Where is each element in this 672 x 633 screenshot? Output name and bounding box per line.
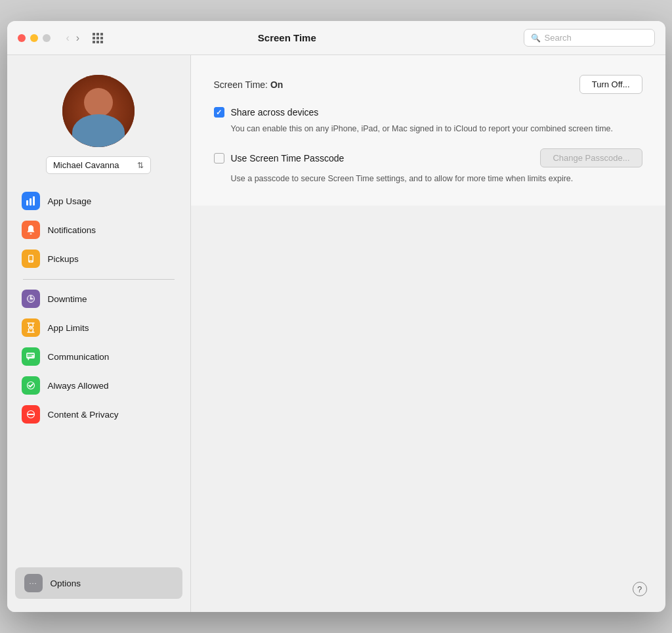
svg-rect-5 <box>29 256 32 261</box>
sidebar-item-label: Communication <box>48 352 110 362</box>
nav-divider <box>23 279 175 280</box>
sidebar-item-label: App Usage <box>48 196 92 206</box>
search-input[interactable] <box>545 33 648 43</box>
moon-icon <box>22 290 40 308</box>
passcode-option: Use Screen Time Passcode Change Passcode… <box>214 148 642 185</box>
sidebar-bottom: ··· Options <box>7 567 190 599</box>
passcode-checkbox[interactable] <box>214 153 224 164</box>
sidebar-item-label: Pickups <box>48 254 79 264</box>
maximize-button[interactable] <box>43 34 51 42</box>
svg-rect-3 <box>30 234 32 235</box>
close-button[interactable] <box>18 34 26 42</box>
sidebar-item-label: App Limits <box>48 323 89 333</box>
no-entry-icon <box>22 405 40 424</box>
avatar-face <box>62 75 135 147</box>
bar-chart-icon <box>22 192 40 210</box>
sidebar-item-label: Notifications <box>48 225 96 235</box>
traffic-lights <box>18 34 51 42</box>
search-icon: 🔍 <box>531 33 541 43</box>
svg-point-10 <box>30 298 32 299</box>
passcode-description: Use a passcode to secure Screen Time set… <box>231 173 642 185</box>
passcode-row: Use Screen Time Passcode Change Passcode… <box>214 148 642 167</box>
screen-time-header: Screen Time: On Turn Off... <box>214 75 642 94</box>
nav-group-1: App Usage Notifications <box>15 187 182 273</box>
sidebar-item-label: Always Allowed <box>48 381 109 391</box>
user-dropdown[interactable]: Michael Cavanna ⇅ <box>46 156 151 174</box>
screen-time-status: Screen Time: On <box>214 79 284 90</box>
sidebar-item-content-privacy[interactable]: Content & Privacy <box>15 401 182 428</box>
phone-icon <box>22 250 40 268</box>
content-panel: Screen Time: On Turn Off... Share across… <box>191 55 665 206</box>
turn-off-button[interactable]: Turn Off... <box>579 75 642 94</box>
window-title: Screen Time <box>58 32 515 43</box>
hourglass-icon <box>22 318 40 337</box>
sidebar-item-pickups[interactable]: Pickups <box>15 245 182 273</box>
sidebar-item-label: Downtime <box>48 294 87 304</box>
sidebar-item-always-allowed[interactable]: Always Allowed <box>15 372 182 399</box>
chevron-updown-icon: ⇅ <box>137 161 144 170</box>
sidebar: Michael Cavanna ⇅ <box>7 55 191 612</box>
svg-rect-0 <box>26 200 28 206</box>
share-devices-description: You can enable this on any iPhone, iPad,… <box>231 123 642 135</box>
svg-rect-13 <box>28 356 32 357</box>
user-section: Michael Cavanna ⇅ <box>7 68 190 187</box>
avatar <box>62 75 135 147</box>
main-window: ‹ › Screen Time 🔍 Michael Cavanna ⇅ <box>7 21 665 612</box>
svg-point-6 <box>30 261 32 263</box>
search-box[interactable]: 🔍 <box>524 29 655 47</box>
share-devices-option: Share across devices You can enable this… <box>214 107 642 135</box>
svg-rect-12 <box>28 354 34 355</box>
chat-icon <box>22 347 40 366</box>
options-label: Options <box>51 578 81 588</box>
sidebar-item-app-usage[interactable]: App Usage <box>15 187 182 215</box>
main-area: Michael Cavanna ⇅ <box>7 55 665 612</box>
content-wrapper: Screen Time: On Turn Off... Share across… <box>191 55 665 612</box>
svg-rect-1 <box>30 198 32 206</box>
passcode-left: Use Screen Time Passcode <box>214 153 345 164</box>
bell-icon <box>22 221 40 239</box>
share-devices-label: Share across devices <box>231 107 319 118</box>
sidebar-item-label: Content & Privacy <box>48 410 119 420</box>
help-button[interactable]: ? <box>633 582 647 596</box>
sidebar-nav: App Usage Notifications <box>7 187 190 429</box>
sidebar-item-downtime[interactable]: Downtime <box>15 285 182 313</box>
options-item[interactable]: ··· Options <box>15 567 182 599</box>
titlebar: ‹ › Screen Time 🔍 <box>7 21 665 55</box>
user-name: Michael Cavanna <box>53 160 119 170</box>
sidebar-item-app-limits[interactable]: App Limits <box>15 314 182 341</box>
nav-group-2: Downtime App Limits <box>15 285 182 428</box>
share-devices-checkbox[interactable] <box>214 107 224 118</box>
sidebar-item-communication[interactable]: Communication <box>15 343 182 370</box>
sidebar-item-notifications[interactable]: Notifications <box>15 216 182 244</box>
passcode-label: Use Screen Time Passcode <box>231 153 345 164</box>
share-devices-row: Share across devices <box>214 107 642 118</box>
svg-rect-2 <box>33 196 35 206</box>
change-passcode-button[interactable]: Change Passcode... <box>540 148 642 167</box>
minimize-button[interactable] <box>30 34 38 42</box>
checkmark-icon <box>22 376 40 395</box>
options-icon: ··· <box>24 574 43 592</box>
